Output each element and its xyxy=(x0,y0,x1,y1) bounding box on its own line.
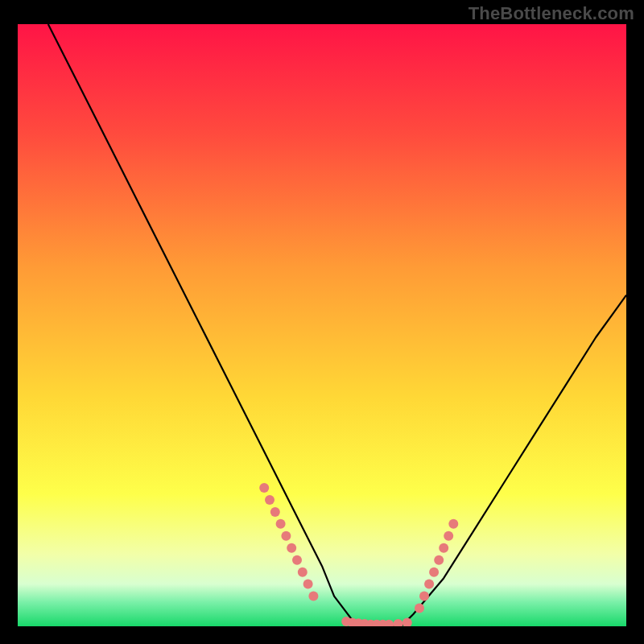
bottleneck-curve-layer xyxy=(18,24,626,626)
marker-dots-bottom xyxy=(341,617,412,626)
svg-point-26 xyxy=(439,543,448,553)
svg-point-1 xyxy=(259,483,269,493)
svg-point-23 xyxy=(424,580,434,589)
svg-point-5 xyxy=(281,531,291,541)
svg-point-22 xyxy=(419,592,429,601)
svg-point-3 xyxy=(270,507,280,517)
svg-point-27 xyxy=(444,531,453,541)
watermark-label: TheBottleneck.com xyxy=(469,3,634,23)
plot-area xyxy=(18,24,626,626)
svg-point-6 xyxy=(287,543,296,553)
watermark-text: TheBottleneck.com xyxy=(469,3,634,24)
svg-point-25 xyxy=(434,555,444,565)
svg-point-20 xyxy=(402,618,412,627)
svg-point-10 xyxy=(308,592,318,601)
chart-frame: TheBottleneck.com xyxy=(0,0,644,644)
svg-point-2 xyxy=(265,495,275,505)
svg-point-9 xyxy=(303,580,313,589)
bottleneck-curve xyxy=(48,24,626,626)
svg-point-8 xyxy=(298,568,308,577)
svg-point-4 xyxy=(276,519,286,529)
svg-point-28 xyxy=(448,519,458,529)
svg-point-7 xyxy=(292,555,302,565)
svg-point-24 xyxy=(429,568,439,577)
svg-point-19 xyxy=(394,619,403,626)
svg-point-21 xyxy=(415,604,424,613)
